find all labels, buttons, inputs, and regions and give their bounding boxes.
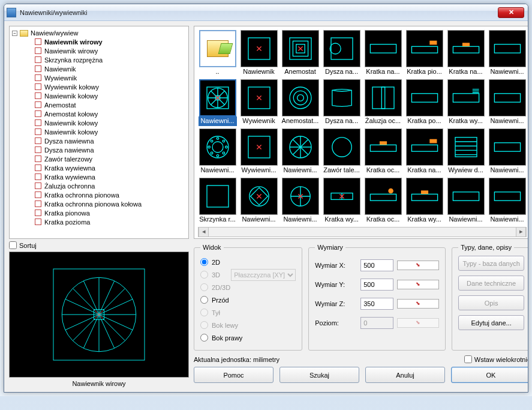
titlebar[interactable]: Nawiewniki/wywiewniki ✕: [4, 4, 528, 21]
sort-checkbox[interactable]: [9, 241, 17, 249]
tree-root-node[interactable]: − Nawiew/wywiew: [12, 29, 186, 37]
thumbnail[interactable]: Nawiewni...: [488, 30, 527, 77]
tree-item-label: Dysza nawiewna: [44, 137, 94, 145]
thumbnail-icon: [323, 128, 360, 166]
thumbnail[interactable]: Kratka pio...: [405, 30, 444, 77]
tree-item[interactable]: Nawiewnik kołowy: [12, 118, 186, 127]
tree-item[interactable]: Wywiewnik: [12, 73, 186, 82]
thumbnail[interactable]: Kratka na...: [446, 30, 485, 77]
tree-item[interactable]: Kratka pionowa: [12, 208, 186, 217]
thumbnail[interactable]: Nawiewni...: [488, 178, 527, 225]
cancel-button[interactable]: Anuluj: [365, 367, 445, 383]
tree-item[interactable]: Dysza nawiewna: [12, 145, 186, 154]
window-title: Nawiewniki/wywiewniki: [20, 9, 498, 16]
svg-point-55: [217, 155, 219, 157]
thumbnail[interactable]: Nawiewnik: [239, 30, 278, 77]
thumbnail[interactable]: Nawiewni...: [281, 178, 320, 225]
dim-y-input[interactable]: [360, 279, 393, 291]
thumbnail[interactable]: Wywiew d...: [446, 128, 485, 175]
edit-data-button[interactable]: Edytuj dane...: [458, 315, 524, 330]
svg-point-70: [332, 137, 351, 157]
dim-z-label: Wymiar Z:: [315, 300, 357, 307]
svg-point-42: [293, 91, 307, 104]
thumbnail[interactable]: Nawiewni...: [446, 178, 485, 225]
tree-item[interactable]: Anemostat: [12, 100, 186, 109]
radio-front[interactable]: Przód: [200, 294, 296, 306]
tree-item[interactable]: Kratka pozioma: [12, 217, 186, 226]
pick-z-icon[interactable]: ⬊: [397, 299, 439, 309]
thumbnail[interactable]: Nawiewni...: [488, 79, 527, 126]
tree-item[interactable]: Nawiewnik wirowy: [12, 46, 186, 55]
tree-item-label: Kratka pionowa: [44, 210, 90, 217]
tree-item-label: Nawiewnik wirowy: [44, 47, 98, 55]
tree-item[interactable]: Nawiewnik wirowy: [12, 37, 186, 46]
thumbnail[interactable]: ..: [198, 30, 237, 77]
tree-item[interactable]: Kratka ochronna pionowa: [12, 190, 186, 199]
thumbnail[interactable]: Kratka wy...: [446, 79, 485, 126]
tree-item[interactable]: Nawiewnik kołowy: [12, 127, 186, 136]
thumbnail[interactable]: Anemostat...: [281, 79, 320, 126]
tree-item[interactable]: Kratka ochronna pionowa kołowa: [12, 199, 186, 208]
svg-rect-80: [494, 143, 520, 151]
thumbnail[interactable]: Nawiewni...: [198, 79, 237, 126]
thumbnail[interactable]: Żaluzja oc...: [363, 79, 402, 126]
thumbnail[interactable]: Kratka na...: [363, 30, 402, 77]
thumbnail[interactable]: Wywiewnik: [239, 79, 278, 126]
thumbnail[interactable]: Kratka wy...: [405, 178, 444, 225]
dim-x-input[interactable]: [360, 259, 393, 271]
thumbnail[interactable]: Kratka na...: [405, 128, 444, 175]
search-button[interactable]: Szukaj: [279, 367, 359, 383]
close-button[interactable]: ✕: [498, 7, 524, 18]
thumbnail[interactable]: Nawiewni...: [281, 128, 320, 175]
thumbnail[interactable]: Dysza na...: [322, 30, 361, 77]
thumbnail[interactable]: Kratka oc...: [363, 128, 402, 175]
sort-row: Sortuj: [9, 239, 189, 252]
thumbnail[interactable]: Skrzynka r...: [198, 178, 237, 225]
thumbnail[interactable]: Anemostat: [281, 30, 320, 77]
tree-item[interactable]: Skrzynka rozprężna: [12, 55, 186, 64]
thumbnail-label: Kratka wy...: [405, 215, 444, 225]
thumbnail[interactable]: Wywiewni...: [239, 128, 278, 175]
tree-item[interactable]: Anemostat kołowy: [12, 109, 186, 118]
thumbnail-panel[interactable]: ..NawiewnikAnemostatDysza na...Kratka na…: [194, 26, 528, 239]
scroll-right-button[interactable]: ▸: [516, 228, 526, 237]
thumbnail[interactable]: Dysza na...: [322, 79, 361, 126]
thumbnail-icon: [241, 30, 278, 67]
thumbnail-label: Wywiewni...: [240, 166, 278, 175]
tree-item[interactable]: Dysza nawiewna: [12, 136, 186, 145]
tree-item[interactable]: Nawiewnik: [12, 64, 186, 73]
pick-y-icon[interactable]: ⬊: [397, 280, 439, 289]
svg-point-96: [389, 188, 393, 193]
ok-button[interactable]: OK: [451, 367, 528, 383]
tree-item[interactable]: Kratka wywiewna: [12, 163, 186, 172]
pick-x-icon[interactable]: ⬊: [397, 261, 439, 270]
tree-item[interactable]: Nawiewnik kołowy: [12, 91, 186, 100]
tree-item[interactable]: Wywiewnik kołowy: [12, 82, 186, 91]
radio-right[interactable]: Bok prawy: [200, 331, 296, 344]
collapse-icon[interactable]: −: [12, 31, 17, 36]
thumbnail[interactable]: Kratka po...: [405, 79, 444, 126]
thumbnail[interactable]: Kratka oc...: [363, 178, 402, 225]
radio-2d[interactable]: 2D: [200, 256, 296, 268]
thumbnail-label: Anemostat: [281, 67, 320, 77]
tree-item[interactable]: Żaluzja ochronna: [12, 181, 186, 190]
tree-item[interactable]: Zawór talerzowy: [12, 154, 186, 163]
thumbnail-label: Kratka na...: [447, 67, 485, 77]
thumbnail[interactable]: Kratka wy...: [322, 178, 361, 225]
item-icon: [35, 47, 41, 54]
multi-insert-check[interactable]: Wstaw wielokrotnie: [464, 355, 528, 363]
dim-z-input[interactable]: [360, 298, 393, 310]
thumbnail[interactable]: Nawiewni...: [239, 178, 278, 225]
item-icon: [35, 164, 41, 171]
thumbnail-label: Nawiewni...: [281, 166, 320, 175]
thumbnail[interactable]: Nawiewni...: [488, 128, 527, 175]
help-button[interactable]: Pomoc: [194, 367, 273, 383]
thumbnail[interactable]: Nawiewni...: [198, 128, 237, 175]
thumbnail-label: Nawiewni...: [240, 215, 278, 225]
tree-item[interactable]: Kratka wywiewna: [12, 172, 186, 181]
tree-view[interactable]: − Nawiew/wywiew Nawiewnik wirowyNawiewni…: [9, 26, 189, 239]
thumbnail[interactable]: Zawór tale...: [322, 128, 361, 175]
horizontal-scrollbar[interactable]: ◂ ▸: [198, 227, 527, 237]
thumbnail-icon: [489, 178, 526, 215]
scroll-left-button[interactable]: ◂: [199, 228, 209, 237]
